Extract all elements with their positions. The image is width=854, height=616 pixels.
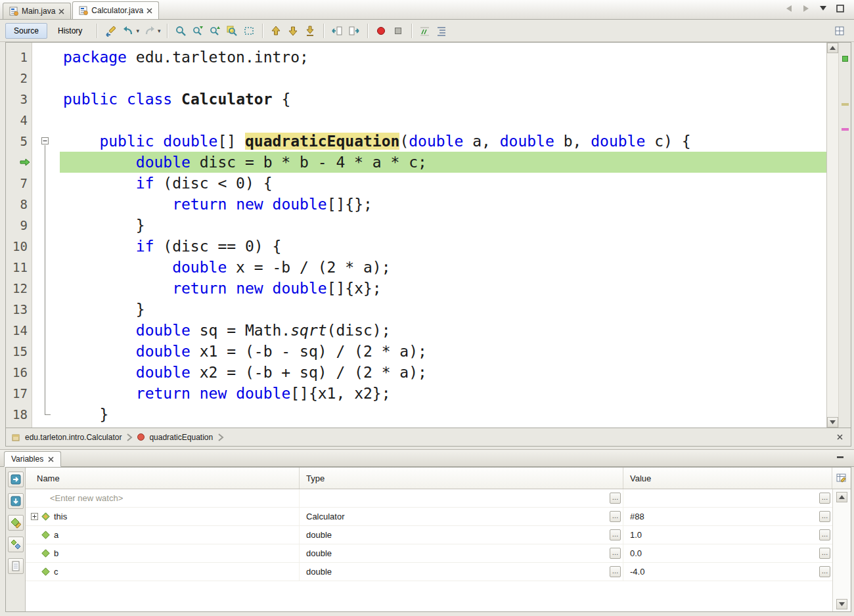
next-bookmark-icon[interactable] — [285, 23, 301, 39]
toggle-highlight-icon[interactable] — [224, 23, 240, 39]
jump-forward-icon[interactable] — [142, 23, 158, 39]
code-line[interactable]: double disc = b * b - 4 * a * c; — [60, 152, 826, 173]
gutter-line[interactable]: 16 — [6, 362, 32, 383]
value-ellipsis-button[interactable]: … — [819, 511, 830, 522]
gutter-line[interactable] — [6, 152, 32, 173]
gutter-line[interactable]: 13 — [6, 299, 32, 320]
column-header-type[interactable]: Type — [300, 468, 623, 489]
code-line[interactable]: } — [60, 404, 826, 425]
fold-margin-line[interactable] — [32, 131, 60, 152]
code-line[interactable]: double x1 = (-b - sq) / (2 * a); — [60, 341, 826, 362]
scroll-down-icon[interactable] — [827, 417, 838, 428]
code-line[interactable]: package edu.tarleton.intro; — [60, 47, 826, 68]
code-line[interactable]: if (disc < 0) { — [60, 173, 826, 194]
minimize-window-icon[interactable] — [834, 451, 846, 463]
variable-row-b[interactable]: bdouble…0.0… — [26, 544, 832, 563]
column-header-value[interactable]: Value — [623, 468, 832, 489]
variable-row-a[interactable]: adouble…1.0… — [26, 526, 832, 544]
error-stripe-mark[interactable] — [842, 103, 849, 106]
format-icon[interactable] — [434, 23, 450, 39]
column-header-name[interactable]: Name — [26, 468, 300, 489]
gutter-line[interactable]: 9 — [6, 215, 32, 236]
new-watch-placeholder[interactable]: <Enter new watch> — [50, 493, 123, 503]
gutter-line[interactable]: 10 — [6, 236, 32, 257]
maximize-window-icon[interactable] — [834, 3, 846, 14]
gutter-line[interactable]: 12 — [6, 278, 32, 299]
gutter-line[interactable]: 17 — [6, 383, 32, 404]
scroll-up-icon[interactable] — [827, 43, 838, 53]
code-line[interactable]: double x2 = (-b + sq) / (2 * a); — [60, 362, 826, 383]
toggle-bookmark-icon[interactable] — [302, 23, 318, 39]
table-options-icon[interactable] — [836, 472, 847, 484]
last-edit-icon[interactable] — [103, 23, 119, 39]
split-document-icon[interactable] — [832, 23, 847, 39]
find-next-icon[interactable] — [190, 23, 206, 39]
comment-icon[interactable] — [417, 23, 433, 39]
code-line[interactable]: if (disc == 0) { — [60, 236, 826, 257]
shift-left-icon[interactable] — [329, 23, 345, 39]
close-breadcrumb-icon[interactable] — [834, 431, 845, 443]
code-line[interactable]: return new double[]{x}; — [60, 278, 826, 299]
code-line[interactable]: double sq = Math.sqrt(disc); — [60, 320, 826, 341]
gutter-line[interactable]: 14 — [6, 320, 32, 341]
editor-tab-calculator-java[interactable]: Calculator.java — [72, 1, 159, 19]
show-watches-icon[interactable] — [8, 472, 24, 487]
tab-scroll-left-icon[interactable] — [783, 3, 795, 14]
history-view-button[interactable]: History — [49, 23, 91, 39]
open-document-icon[interactable] — [8, 558, 24, 574]
close-view-icon[interactable] — [48, 456, 54, 462]
type-ellipsis-button[interactable]: … — [610, 566, 621, 577]
new-watch-icon[interactable] — [8, 515, 24, 531]
code-line[interactable]: } — [60, 299, 826, 320]
breadcrumb-method[interactable]: quadraticEquation — [149, 433, 213, 442]
code-line[interactable]: public double[] quadraticEquation(double… — [60, 131, 826, 152]
editor-scrollbar[interactable] — [826, 43, 838, 428]
jump-forward-dropdown-icon[interactable]: ▾ — [158, 28, 161, 34]
previous-bookmark-icon[interactable] — [268, 23, 284, 39]
value-ellipsis-button[interactable]: … — [819, 548, 830, 559]
editor-tab-main-java[interactable]: Main.java — [3, 3, 71, 19]
value-ellipsis-button[interactable]: … — [819, 493, 830, 504]
code-line[interactable]: double x = -b / (2 * a); — [60, 257, 826, 278]
gutter-line[interactable]: 1 — [6, 47, 32, 68]
scroll-up-icon[interactable] — [836, 492, 847, 502]
tab-variables[interactable]: Variables — [4, 451, 61, 467]
expand-icon[interactable] — [31, 513, 38, 520]
gutter-line[interactable]: 3 — [6, 89, 32, 110]
error-stripe[interactable] — [838, 43, 851, 428]
jump-back-icon[interactable] — [120, 23, 136, 39]
value-ellipsis-button[interactable]: … — [819, 566, 830, 577]
code-line[interactable]: return new double[]{}; — [60, 194, 826, 215]
close-tab-icon[interactable] — [58, 9, 64, 14]
edit-watch-icon[interactable] — [8, 537, 24, 552]
scroll-down-icon[interactable] — [836, 599, 847, 609]
breadcrumb-chevron-icon[interactable] — [217, 433, 224, 441]
code-line[interactable] — [60, 110, 826, 131]
value-ellipsis-button[interactable]: … — [819, 529, 830, 540]
find-selection-icon[interactable] — [173, 23, 189, 39]
code-line[interactable]: return new double[]{x1, x2}; — [60, 383, 826, 404]
code-area[interactable]: package edu.tarleton.intro;public class … — [60, 43, 826, 428]
gutter-line[interactable]: 4 — [6, 110, 32, 131]
error-stripe-ok-icon[interactable] — [842, 56, 848, 62]
gutter-line[interactable]: 7 — [6, 173, 32, 194]
type-ellipsis-button[interactable]: … — [610, 548, 621, 559]
jump-back-dropdown-icon[interactable]: ▾ — [136, 28, 139, 34]
type-ellipsis-button[interactable]: … — [610, 493, 621, 504]
tab-list-icon[interactable] — [817, 3, 829, 14]
code-line[interactable]: public class Calculator { — [60, 89, 826, 110]
type-ellipsis-button[interactable]: … — [610, 511, 621, 522]
variable-row-this[interactable]: thisCalculator…#88… — [26, 508, 832, 526]
gutter-line[interactable]: 5 — [6, 131, 32, 152]
breadcrumb-class[interactable]: edu.tarleton.intro.Calculator — [25, 433, 122, 442]
close-tab-icon[interactable] — [146, 8, 152, 14]
error-stripe-mark[interactable] — [842, 128, 849, 131]
code-line[interactable]: } — [60, 215, 826, 236]
collapse-fold-icon[interactable] — [41, 137, 49, 144]
type-ellipsis-button[interactable]: … — [610, 529, 621, 540]
gutter-line[interactable]: 18 — [6, 404, 32, 425]
variable-row-c[interactable]: cdouble…-4.0… — [26, 563, 832, 581]
stop-macro-recording-icon[interactable] — [390, 23, 406, 39]
shift-right-icon[interactable] — [346, 23, 362, 39]
variables-scrollbar[interactable] — [832, 489, 851, 611]
